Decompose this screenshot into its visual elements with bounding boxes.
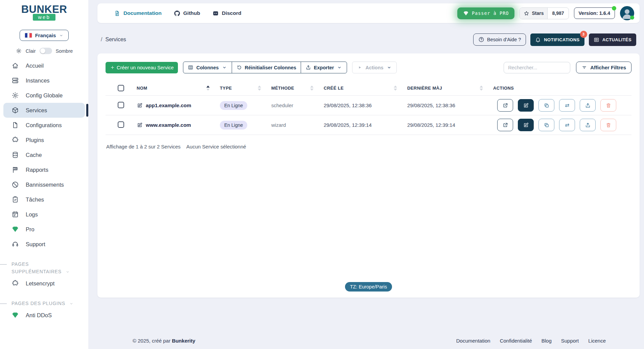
sidebar-item-config-globale[interactable]: Config Globale [3,88,85,103]
column-header-nom[interactable]: NOM [137,86,220,91]
sort-icon[interactable] [394,86,397,91]
service-name[interactable]: app1.example.com [137,102,220,109]
sort-icon[interactable] [480,86,483,91]
trash-button[interactable] [600,99,616,112]
footer-link-blog[interactable]: Blog [542,338,552,344]
play-icon [357,65,363,70]
main-area: DocumentationGithubDiscord Passer à PRO … [88,0,644,349]
server-icon [12,77,19,84]
sidebar: BUNKER web Français Clair Sombre Accueil… [0,0,88,349]
upload-button[interactable] [580,119,596,131]
sidebar-item-accueil[interactable]: Accueil [3,58,85,73]
sidebar-item-instances[interactable]: Instances [3,73,85,88]
footer-link-licence[interactable]: Licence [588,338,606,344]
export-label: Exporter [314,65,334,70]
edit-button[interactable] [518,99,534,112]
sidebar-item-pro[interactable]: Pro [3,222,85,237]
sidebar-item-plugins[interactable]: Plugins [3,133,85,147]
theme-light-label: Clair [26,48,36,54]
column-label: CRÉÉ LE [324,86,344,91]
sidebar-section-pages-supplementaires[interactable]: PAGES SUPPLÉMENTAIRES [3,260,76,275]
show-filters-button[interactable]: Afficher Filtres [576,62,631,73]
timezone-badge: TZ: Europe/Paris [345,282,392,292]
sidebar-item-bannissements[interactable]: Bannissements [3,177,85,192]
sidebar-section-pages-des-plugins[interactable]: PAGES DES PLUGINS [3,300,76,307]
copyright-prefix: © 2025, créé par [133,338,172,344]
top-link-discord[interactable]: Discord [212,10,242,17]
sidebar-item-label: Configurations [26,122,62,129]
column-label: NOM [137,86,147,91]
export-button[interactable]: Exporter [301,62,347,73]
column-header-cree-le[interactable]: CRÉÉ LE [324,86,407,91]
actions-button[interactable]: Actions [352,62,396,73]
copy-icon [544,122,550,128]
language-selector[interactable]: Français [20,30,69,41]
gear-icon [12,92,19,99]
footer-link-documentation[interactable]: Documentation [456,338,490,344]
user-avatar[interactable] [620,6,634,20]
footer-link-confidentialite[interactable]: Confidentialité [500,338,532,344]
top-link-documentation[interactable]: Documentation [114,10,162,17]
help-button[interactable]: Besoin d'Aide ? [473,33,526,46]
sidebar-item-support[interactable]: Support [3,237,85,252]
news-button[interactable]: ACTUALITÉS [589,33,636,46]
bell-icon [535,37,541,43]
sidebar-item-label: Letsencrypt [26,280,54,287]
services-table: NOMTYPEMÉTHODECRÉÉ LEDERNIÈRE MÀJACTIONS… [106,82,631,135]
table-row: www.example.comEn Lignewizard29/08/2025,… [106,115,631,135]
column-header-methode[interactable]: MÉTHODE [271,86,324,91]
external-link-button[interactable] [497,99,513,112]
copy-button[interactable] [538,119,554,131]
search-input[interactable] [504,62,570,73]
sidebar-item-logs[interactable]: Logs [3,207,85,222]
top-link-github[interactable]: Github [174,10,200,17]
column-header-type[interactable]: TYPE [220,86,271,91]
filter-icon [581,65,587,70]
method-cell: scheduler [271,102,324,108]
sun-icon [16,48,22,54]
version-label: Version: 1.6.4 [579,10,611,16]
row-checkbox[interactable] [118,121,124,128]
sidebar-item-services[interactable]: Services [3,103,85,118]
language-label: Français [35,32,56,38]
select-all-checkbox[interactable] [118,85,124,91]
sidebar-item-anti-ddos[interactable]: Anti DDoS [3,308,85,323]
sidebar-item-rapports[interactable]: Rapports [3,162,85,177]
trash-button[interactable] [600,119,616,131]
column-header-derniere-maj[interactable]: DERNIÈRE MÀJ [407,86,493,91]
github-stars-widget[interactable]: Stars 8,987 [520,7,569,19]
swap-icon [564,122,570,128]
ban-icon [12,181,19,188]
sidebar-item-taches[interactable]: Tâches [3,192,85,207]
sidebar-item-cache[interactable]: Cache [3,147,85,162]
upgrade-pro-button[interactable]: Passer à PRO [457,7,515,19]
show-filters-label: Afficher Filtres [590,65,626,70]
sort-icon[interactable] [206,86,210,91]
chevron-down-icon [69,301,74,306]
sort-icon[interactable] [310,86,314,91]
row-checkbox[interactable] [118,102,124,108]
services-card: Créer un nouveau Service Colonnes Réinit… [97,53,640,298]
chevron-down-icon [59,33,64,38]
swap-button[interactable] [559,99,575,112]
online-status-dot [630,16,634,20]
swap-button[interactable] [559,119,575,131]
sidebar-item-configurations[interactable]: Configurations [3,118,85,133]
create-service-button[interactable]: Créer un nouveau Service [106,62,178,73]
upload-button[interactable] [580,99,596,112]
footer-link-support[interactable]: Support [561,338,579,344]
copy-button[interactable] [538,99,554,112]
notifications-button[interactable]: NOTIFICATIONS 3 [530,33,584,46]
sidebar-sections: PAGES SUPPLÉMENTAIRES LetsencryptPAGES D… [0,260,88,323]
theme-toggle[interactable] [40,48,52,54]
edit-button[interactable] [518,119,534,131]
stars-label: Stars [532,10,544,16]
swap-icon [564,102,570,109]
sidebar-item-letsencrypt[interactable]: Letsencrypt [3,276,85,291]
columns-button[interactable]: Colonnes [183,62,232,73]
reset-columns-button[interactable]: Réinitialiser Colonnes [232,62,301,73]
external-link-button[interactable] [497,119,513,131]
column-label: ACTIONS [493,86,514,91]
sort-icon[interactable] [258,86,261,91]
service-name[interactable]: www.example.com [137,122,220,128]
